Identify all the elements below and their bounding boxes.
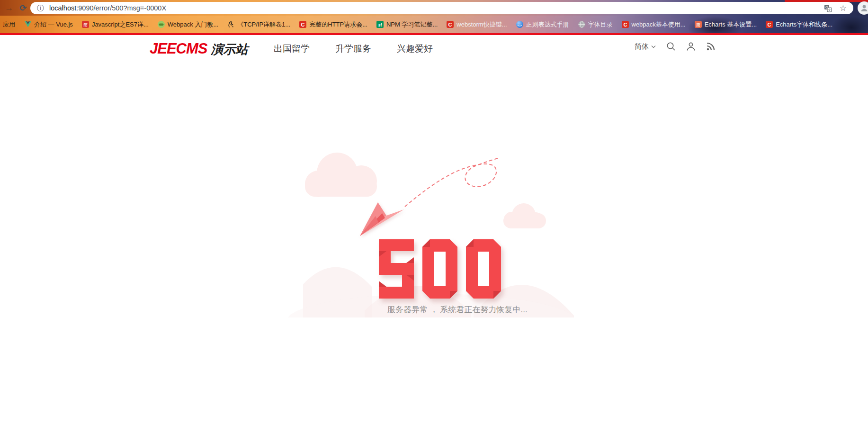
jianshu-icon: 简: [82, 21, 89, 28]
flight-trail: [405, 158, 498, 207]
svg-text:C: C: [448, 22, 452, 27]
bookmark-label: 正则表达式手册: [526, 20, 569, 29]
svg-text:简: 简: [696, 22, 700, 27]
segmentfault-icon: sf: [376, 21, 384, 28]
webpack-icon: [158, 21, 165, 28]
bookmark-item[interactable]: Cwebpack基本使用...: [622, 20, 686, 29]
bookmark-label: Echarts字体和线条...: [776, 20, 832, 29]
bookmark-label: 完整的HTTP请求会...: [309, 20, 367, 29]
bookmark-item[interactable]: sfNPM 学习笔记整...: [376, 20, 438, 29]
site-info-icon[interactable]: ⓘ: [37, 4, 45, 12]
search-icon[interactable]: [666, 42, 676, 51]
header-utilities: 简体: [635, 42, 716, 51]
paper-plane: [360, 202, 404, 236]
bookmark-label: Echarts 基本设置...: [705, 20, 757, 29]
error-message: 服务器异常 ， 系统君正在努力恢复中...: [387, 304, 528, 315]
chevron-down-icon: [651, 45, 656, 48]
bookmark-item[interactable]: C完整的HTTP请求会...: [299, 20, 367, 29]
csdn-icon: C: [622, 21, 629, 28]
browser-chrome: → ⟳ ⓘ localhost:9090/error/500?msg=-0000…: [0, 0, 868, 33]
csdn-icon: C: [447, 21, 454, 28]
bookmark-label: Javascript之ES7详...: [92, 20, 149, 29]
svg-text:文: 文: [828, 8, 831, 11]
bookmark-item[interactable]: Cwebstorm快捷键...: [447, 20, 507, 29]
url-bar[interactable]: ⓘ localhost:9090/error/500?msg=-0000X G …: [30, 2, 853, 14]
person-icon: [860, 4, 868, 12]
bookmark-item[interactable]: 《TCP/IP详解卷1...: [227, 20, 290, 29]
profile-avatar[interactable]: [858, 1, 868, 15]
bookmark-item[interactable]: 简Javascript之ES7详...: [82, 20, 149, 29]
cloud-left: [305, 153, 377, 197]
bookmarks-bar: 应用介绍 — Vue.js简Javascript之ES7详...Webpack …: [0, 16, 868, 33]
svg-text:简: 简: [83, 22, 88, 27]
nav-item[interactable]: 兴趣爱好: [397, 43, 433, 55]
globe-blue-icon: [516, 21, 523, 28]
rss-icon[interactable]: [706, 42, 716, 51]
bookmark-item[interactable]: CEcharts字体和线条...: [766, 20, 832, 29]
user-icon[interactable]: [686, 42, 696, 51]
main-nav: 出国留学升学服务兴趣爱好: [274, 43, 433, 55]
signature-icon: [227, 21, 234, 28]
cloud-right: [503, 203, 546, 228]
error-code-graphic: [379, 239, 501, 299]
bookmark-label: 《TCP/IP详解卷1...: [237, 20, 290, 29]
bookmark-item[interactable]: 介绍 — Vue.js: [24, 20, 73, 29]
jianshu-orange-icon: 简: [695, 21, 702, 28]
logo-text-cn: 演示站: [211, 41, 248, 58]
language-selector[interactable]: 简体: [635, 42, 656, 51]
url-host: localhost: [49, 4, 76, 12]
site-header: JEECMS 演示站 出国留学升学服务兴趣爱好 简体: [0, 35, 868, 64]
bookmark-label: NPM 学习笔记整...: [386, 20, 438, 29]
webpage: JEECMS 演示站 出国留学升学服务兴趣爱好 简体: [0, 35, 868, 426]
bookmark-label: 应用: [3, 20, 15, 29]
bookmark-item[interactable]: Webpack 入门教...: [158, 20, 218, 29]
url-text[interactable]: localhost:9090/error/500?msg=-0000X: [49, 4, 824, 12]
svg-text:C: C: [301, 22, 305, 27]
bookmark-item[interactable]: 应用: [3, 20, 15, 29]
svg-text:C: C: [768, 22, 771, 27]
svg-text:sf: sf: [378, 23, 382, 27]
bookmark-label: webpack基本使用...: [632, 20, 686, 29]
language-label: 简体: [635, 42, 649, 51]
url-path: :9090/error/500?msg=-0000X: [76, 4, 166, 12]
bookmark-star-icon[interactable]: ☆: [840, 4, 847, 12]
reload-button[interactable]: ⟳: [17, 2, 29, 14]
csdn-icon: C: [299, 21, 306, 28]
bookmark-label: 介绍 — Vue.js: [34, 20, 73, 29]
bookmark-label: Webpack 入门教...: [168, 20, 218, 29]
bookmark-item[interactable]: 正则表达式手册: [516, 20, 569, 29]
logo-text-en: JEECMS: [150, 40, 207, 57]
bookmark-label: 字体目录: [588, 20, 613, 29]
bookmark-item[interactable]: 简Echarts 基本设置...: [695, 20, 757, 29]
nav-item[interactable]: 升学服务: [335, 43, 371, 55]
bookmark-label: webstorm快捷键...: [456, 20, 507, 29]
forward-button[interactable]: →: [3, 2, 15, 14]
site-logo[interactable]: JEECMS 演示站: [150, 40, 248, 58]
svg-text:C: C: [623, 22, 627, 27]
bookmark-item[interactable]: 字体目录: [578, 20, 613, 29]
globe-icon: [578, 21, 585, 28]
vue-icon: [24, 21, 31, 28]
nav-item[interactable]: 出国留学: [274, 43, 310, 55]
csdn-icon: C: [766, 21, 773, 28]
error-500-illustration: [284, 128, 578, 317]
translate-icon[interactable]: G 文: [824, 4, 832, 12]
